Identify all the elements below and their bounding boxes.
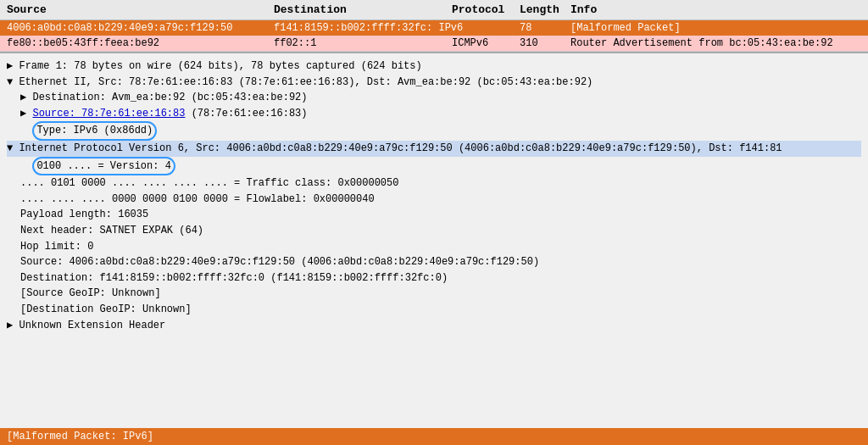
detail-frame[interactable]: Frame 1: 78 bytes on wire (624 bits), 78…: [7, 58, 861, 75]
packet-1-source: 4006:a0bd:c0a8:b229:40e9:a79c:f129:50: [7, 22, 274, 34]
packet-1-proto: [452, 22, 520, 34]
packet-2-info: Router Advertisement from bc:05:43:ea:be…: [570, 37, 861, 49]
detail-ipv6-version: 0100 .... = Version: 4: [7, 157, 861, 176]
detail-eth-src[interactable]: Source: 78:7e:61:ee:16:83 (78:7e:61:ee:1…: [7, 106, 861, 122]
detail-eth-dest[interactable]: Destination: Avm_ea:be:92 (bc:05:43:ea:b…: [7, 90, 861, 106]
detail-dst-geoip: [Destination GeoIP: Unknown]: [7, 302, 861, 318]
packet-1-length: 78: [520, 22, 570, 34]
eth-src-underline: Source: 78:7e:61:ee:16:83: [32, 108, 185, 120]
malformed-bar: [Malformed Packet: IPv6]: [0, 428, 868, 445]
packet-1-info: [Malformed Packet]: [570, 22, 861, 34]
detail-traffic-class: .... 0101 0000 .... .... .... .... = Tra…: [7, 175, 861, 192]
eth-type-highlight: Type: IPv6 (0x86dd): [32, 121, 157, 141]
detail-ethernet[interactable]: Ethernet II, Src: 78:7e:61:ee:16:83 (78:…: [7, 75, 861, 91]
detail-payload-length: Payload length: 16035: [7, 207, 861, 223]
detail-src-addr: Source: 4006:a0bd:c0a8:b229:40e9:a79c:f1…: [7, 254, 861, 270]
detail-src-geoip: [Source GeoIP: Unknown]: [7, 286, 861, 302]
packet-list: Source Destination Protocol Length Info …: [0, 0, 868, 52]
malformed-text: [Malformed Packet: IPv6]: [7, 431, 153, 442]
header-destination: Destination: [274, 3, 452, 16]
detail-pane: Frame 1: 78 bytes on wire (624 bits), 78…: [0, 52, 868, 428]
detail-hop-limit: Hop limit: 0: [7, 239, 861, 255]
packet-row-1[interactable]: 4006:a0bd:c0a8:b229:40e9:a79c:f129:50 f1…: [0, 20, 868, 36]
detail-flowlabel: .... .... .... 0000 0000 0100 0000 = Flo…: [7, 192, 861, 208]
detail-dst-addr: Destination: f141:8159::b002:ffff:32fc:0…: [7, 270, 861, 286]
main-container: Source Destination Protocol Length Info …: [0, 0, 868, 445]
packet-2-proto: ICMPv6: [452, 37, 520, 49]
header-source: Source: [7, 3, 274, 16]
detail-next-header: Next header: SATNET EXPAK (64): [7, 223, 861, 239]
packet-2-length: 310: [520, 37, 570, 49]
packet-2-dest: ff02::1: [274, 37, 452, 49]
packet-list-header: Source Destination Protocol Length Info: [0, 0, 868, 20]
detail-eth-type[interactable]: Type: IPv6 (0x86dd): [7, 121, 861, 141]
packet-2-source: fe80::be05:43ff:feea:be92: [7, 37, 274, 49]
version-highlight: 0100 .... = Version: 4: [32, 157, 175, 176]
packet-1-dest: f141:8159::b002:ffff:32fc: IPv6: [274, 22, 452, 34]
header-protocol: Protocol: [452, 3, 520, 16]
header-length: Length: [520, 3, 570, 16]
packet-row-2[interactable]: fe80::be05:43ff:feea:be92 ff02::1 ICMPv6…: [0, 36, 868, 51]
header-info: Info: [570, 3, 861, 16]
detail-ext-header[interactable]: Unknown Extension Header: [7, 318, 861, 334]
detail-ipv6[interactable]: Internet Protocol Version 6, Src: 4006:a…: [7, 141, 861, 157]
